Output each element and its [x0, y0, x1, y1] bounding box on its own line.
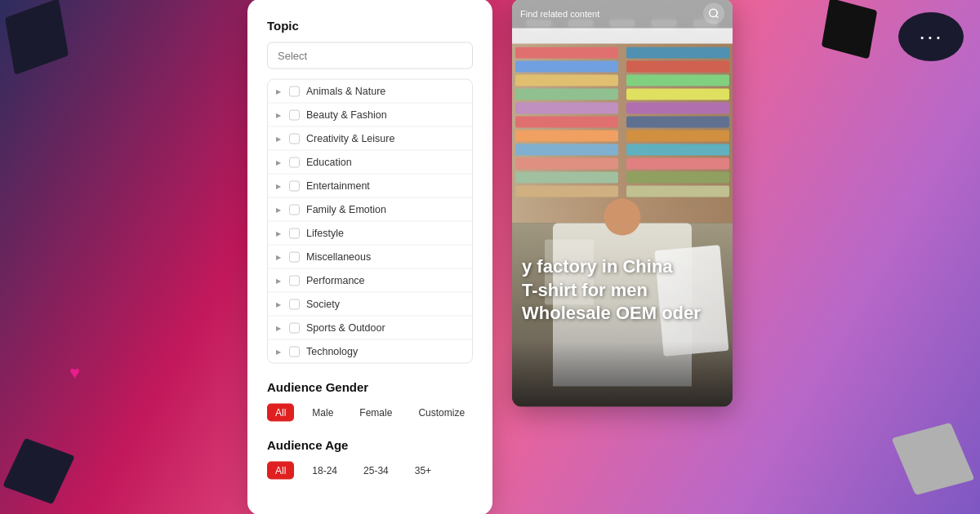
topic-item[interactable]: ▶ Animals & Nature [268, 80, 472, 104]
age-btn-all[interactable]: All [267, 462, 294, 480]
topic-checkbox[interactable] [289, 157, 300, 167]
topic-item[interactable]: ▶ Entertainment [268, 175, 472, 198]
clothes-item [515, 144, 618, 156]
find-related-text: Find related content [520, 9, 599, 19]
gender-btn-all[interactable]: All [267, 404, 294, 422]
topic-item-label: Family & Emotion [306, 204, 386, 215]
expand-arrow-icon: ▶ [276, 87, 283, 95]
topic-item-label: Miscellaneous [306, 251, 371, 263]
topic-item-label: Society [306, 299, 340, 310]
clothes-item [515, 186, 618, 197]
topic-checkbox[interactable] [289, 251, 300, 262]
age-btn-18-24[interactable]: 18-24 [304, 462, 345, 480]
clothes-item [515, 103, 618, 114]
video-bottom-bar [512, 342, 733, 407]
topic-item-label: Education [306, 157, 352, 168]
audience-age-title: Audience Age [267, 438, 473, 452]
topic-item-label: Performance [306, 275, 365, 286]
chat-bubble-icon: ··· [898, 12, 964, 61]
video-overlay-text: y factory in China T-shirt for men Whole… [522, 255, 723, 326]
video-top-bar: Find related content [512, 0, 733, 29]
topic-item-label: Animals & Nature [306, 86, 385, 97]
age-btn-35plus[interactable]: 35+ [407, 462, 439, 480]
expand-arrow-icon: ▶ [276, 111, 283, 118]
clothes-item [626, 61, 729, 73]
topic-item-label: Beauty & Fashion [306, 109, 387, 121]
topic-item-label: Technology [306, 346, 358, 357]
expand-arrow-icon: ▶ [276, 300, 283, 308]
left-panel: Topic ▶ Animals & Nature ▶ Beauty & Fash… [247, 0, 492, 514]
video-text-line-3: Wholesale OEM oder [522, 302, 723, 326]
topic-checkbox[interactable] [289, 109, 300, 120]
topic-item-label: Creativity & Leisure [306, 133, 394, 144]
topic-item[interactable]: ▶ Sports & Outdoor [268, 317, 472, 340]
topic-item-label: Sports & Outdoor [306, 322, 385, 334]
topic-checkbox[interactable] [289, 86, 300, 96]
rack-2 [626, 47, 729, 220]
clothes-item [626, 89, 729, 100]
topic-list: ▶ Animals & Nature ▶ Beauty & Fashion ▶ … [267, 79, 473, 364]
topic-item[interactable]: ▶ Beauty & Fashion [268, 104, 472, 127]
expand-arrow-icon: ▶ [276, 253, 283, 260]
age-buttons: All18-2425-3435+ [267, 462, 473, 480]
topic-checkbox[interactable] [289, 322, 300, 333]
topic-checkbox[interactable] [289, 346, 300, 357]
topic-item-label: Lifestyle [306, 228, 344, 239]
topic-item[interactable]: ▶ Creativity & Leisure [268, 127, 472, 151]
clothes-item [626, 144, 729, 156]
clothes-item [626, 75, 729, 86]
clothes-item [515, 75, 618, 86]
topic-item[interactable]: ▶ Performance [268, 269, 472, 293]
heart-icon: ♥ [69, 362, 80, 383]
topic-section: Topic ▶ Animals & Nature ▶ Beauty & Fash… [267, 19, 473, 364]
clothes-item [626, 172, 729, 184]
topic-item[interactable]: ▶ Lifestyle [268, 222, 472, 246]
expand-arrow-icon: ▶ [276, 206, 283, 213]
gender-btn-male[interactable]: Male [304, 404, 341, 422]
topic-item-label: Entertainment [306, 180, 370, 192]
clothes-item [515, 117, 618, 128]
topic-item[interactable]: ▶ Education [268, 151, 472, 175]
expand-arrow-icon: ▶ [276, 324, 283, 331]
age-btn-25-34[interactable]: 25-34 [355, 462, 397, 480]
topic-item[interactable]: ▶ Society [268, 293, 472, 317]
topic-select-input[interactable] [267, 42, 473, 69]
clothes-item [626, 186, 729, 197]
topic-item[interactable]: ▶ Family & Emotion [268, 198, 472, 222]
clothes-item [626, 47, 729, 59]
expand-arrow-icon: ▶ [276, 182, 283, 189]
clothes-item [515, 158, 618, 170]
clothes-racks-area [512, 44, 733, 224]
topic-checkbox[interactable] [289, 275, 300, 286]
audience-age-section: Audience Age All18-2425-3435+ [267, 438, 473, 480]
topic-item[interactable]: ▶ Miscellaneous [268, 246, 472, 269]
clothes-item [515, 131, 618, 142]
expand-arrow-icon: ▶ [276, 348, 283, 355]
clothes-item [515, 89, 618, 100]
topic-checkbox[interactable] [289, 299, 300, 309]
gender-btn-customize[interactable]: Customize [410, 404, 473, 422]
chat-dots: ··· [919, 24, 942, 50]
video-text-line-1: y factory in China [522, 255, 723, 279]
topic-checkbox[interactable] [289, 180, 300, 191]
main-content: Topic ▶ Animals & Nature ▶ Beauty & Fash… [247, 0, 733, 514]
clothes-item [515, 61, 618, 73]
topic-checkbox[interactable] [289, 133, 300, 144]
expand-arrow-icon: ▶ [276, 158, 283, 166]
topic-checkbox[interactable] [289, 228, 300, 238]
expand-arrow-icon: ▶ [276, 229, 283, 237]
audience-gender-title: Audience Gender [267, 380, 473, 394]
gender-btn-female[interactable]: Female [351, 404, 400, 422]
search-refresh-icon[interactable] [703, 3, 724, 24]
svg-point-0 [710, 9, 717, 16]
expand-arrow-icon: ▶ [276, 277, 283, 284]
gender-buttons: AllMaleFemaleCustomize [267, 404, 473, 422]
topic-checkbox[interactable] [289, 204, 300, 215]
clothes-item [626, 117, 729, 128]
person-head [604, 199, 641, 236]
clothes-item [515, 172, 618, 184]
video-text-line-2: T-shirt for men [522, 278, 723, 302]
topic-item[interactable]: ▶ Technology [268, 340, 472, 363]
clothes-item [626, 131, 729, 142]
audience-gender-section: Audience Gender AllMaleFemaleCustomize [267, 380, 473, 422]
